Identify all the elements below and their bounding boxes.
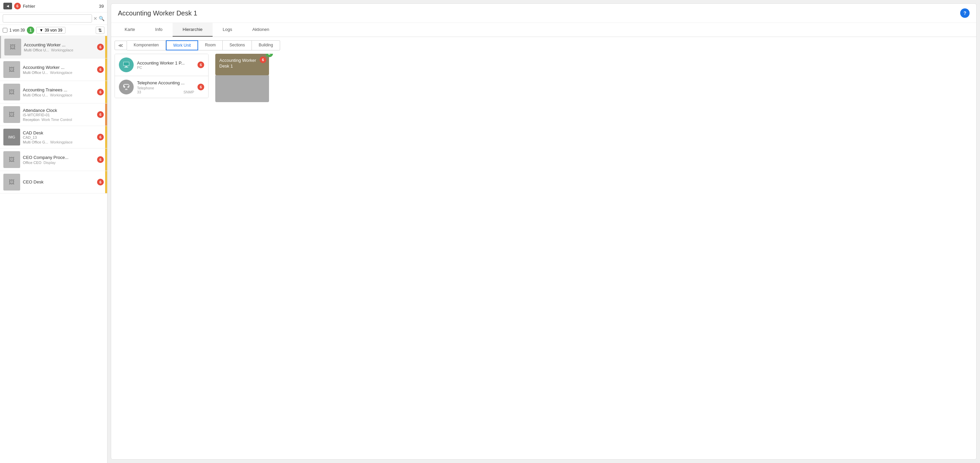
filter-bar: 1 von 39 1 ▼ 39 von 39 ⇅ <box>0 25 107 36</box>
item-sub: Multi Office U... Workingplace <box>23 70 94 75</box>
list-item[interactable]: 🖼 CEO Desk 6 <box>0 171 107 193</box>
list-item[interactable]: 🖼 Accounting Trainees ... Multi Office U… <box>0 81 107 104</box>
workunit-title: Accounting Worker Desk 1 <box>219 58 265 69</box>
komponenten-list: Accounting Worker 1 P... PC 6 <box>115 54 208 98</box>
item-accent <box>105 126 107 148</box>
filter-button[interactable]: ▼ 39 von 39 <box>36 27 65 34</box>
item-name: CEO Desk <box>23 179 94 184</box>
komponent-item[interactable]: Accounting Worker 1 P... PC 6 <box>115 54 208 76</box>
item-accent <box>105 36 107 58</box>
workunit-body <box>215 75 269 102</box>
item-info: Accounting Worker ... Multi Office U... … <box>24 42 94 52</box>
svg-rect-5 <box>125 89 127 89</box>
item-type: Workingplace <box>50 93 72 97</box>
tab-info[interactable]: Info <box>145 23 173 37</box>
item-info: Accounting Trainees ... Multi Office U..… <box>23 87 94 97</box>
hier-tab-room[interactable]: Room <box>198 40 223 50</box>
pc-icon <box>123 61 130 69</box>
nav-back-button[interactable]: ◄ <box>3 3 12 10</box>
item-info: CEO Company Proce... Office CEO Display <box>23 155 94 164</box>
item-location: Office CEO <box>23 161 41 164</box>
svg-rect-2 <box>124 67 128 67</box>
item-accent <box>105 104 107 126</box>
item-error-badge: 6 <box>97 111 104 118</box>
collapse-button[interactable]: ≪ <box>115 41 127 50</box>
item-accent <box>105 171 107 193</box>
item-location: Multi Office U... <box>23 70 48 75</box>
item-sub: Multi Office U... Workingplace <box>23 93 94 97</box>
hier-tab-komponenten[interactable]: Komponenten <box>127 40 166 50</box>
select-all-checkbox[interactable] <box>3 28 7 33</box>
search-button[interactable]: 🔍 <box>99 16 105 21</box>
list-item[interactable]: IMG CAD Desk CAD_13 Multi Office G... Wo… <box>0 126 107 148</box>
item-info: Accounting Worker ... Multi Office U... … <box>23 65 94 75</box>
svg-rect-6 <box>125 89 127 90</box>
total-count: 39 <box>99 4 104 9</box>
item-location: Multi Office U... <box>24 48 49 52</box>
search-input[interactable] <box>3 14 92 22</box>
item-info: CEO Desk <box>23 179 94 185</box>
hierarchy-toolbar: ≪ Komponenten Work Unit Room Sections Bu… <box>115 40 973 50</box>
komponent-type: PC <box>137 65 194 70</box>
item-error-badge: 6 <box>97 134 104 140</box>
komponent-number: 33 <box>137 90 141 94</box>
item-error-badge: 6 <box>97 44 104 50</box>
item-thumbnail: 🖼 <box>3 151 20 168</box>
fehler-label: Fehler <box>23 4 97 9</box>
tab-logs[interactable]: Logs <box>213 23 242 37</box>
item-id: CAD_13 <box>23 136 94 139</box>
tab-hierarchie[interactable]: Hierarchie <box>173 23 213 37</box>
step2-badge: 2 <box>266 54 273 57</box>
page-info: 1 von 39 <box>10 28 25 33</box>
workunit-card: 2 Accounting Worker Desk 1 6 <box>215 54 269 102</box>
komponent-extra: 33 SNMP <box>137 90 194 94</box>
item-name: Accounting Worker ... <box>23 65 94 70</box>
item-info: CAD Desk CAD_13 Multi Office G... Workin… <box>23 130 94 144</box>
list-item[interactable]: 🖼 CEO Company Proce... Office CEO Displa… <box>0 148 107 171</box>
left-panel: ◄ 6 Fehler 39 ✕ 🔍 1 von 39 1 ▼ 39 von 39… <box>0 0 107 463</box>
tab-karte[interactable]: Karte <box>115 23 145 37</box>
item-type: Workingplace <box>50 140 73 144</box>
sort-button[interactable]: ⇅ <box>96 27 105 34</box>
list-item[interactable]: 🖼 Attendance Clock iS-WTCRFID-01 Recepti… <box>0 104 107 126</box>
workunit-node[interactable]: 2 Accounting Worker Desk 1 6 <box>215 54 269 75</box>
item-thumbnail: 🖼 <box>3 174 20 190</box>
item-type: Work Time Control <box>41 118 72 121</box>
search-bar: ✕ 🔍 <box>0 13 107 25</box>
komponent-info: Accounting Worker 1 P... PC <box>137 61 194 70</box>
komponent-icon-gray <box>119 80 134 94</box>
item-info: Attendance Clock iS-WTCRFID-01 Reception… <box>23 108 94 121</box>
item-accent <box>105 59 107 81</box>
image-icon: 🖼 <box>9 111 15 118</box>
item-id: iS-WTCRFID-01 <box>23 113 94 117</box>
item-type: Workingplace <box>50 70 72 75</box>
hier-tab-building[interactable]: Building <box>252 40 280 50</box>
item-accent <box>105 81 107 103</box>
item-thumbnail: 🖼 <box>4 38 21 56</box>
tab-aktionen[interactable]: Aktionen <box>242 23 279 37</box>
komponent-protocol: SNMP <box>183 90 194 94</box>
hier-tab-sections[interactable]: Sections <box>223 40 252 50</box>
item-error-badge: 6 <box>97 179 104 185</box>
item-sub: Multi Office U... Workingplace <box>24 48 94 52</box>
hierarchy-panel: ≪ Komponenten Work Unit Room Sections Bu… <box>111 37 976 459</box>
item-type: Display <box>43 161 56 164</box>
item-sub: Multi Office G... Workingplace <box>23 140 94 144</box>
list-item[interactable]: 🖼 Accounting Worker ... Multi Office U..… <box>0 36 107 59</box>
image-icon: 🖼 <box>9 179 15 186</box>
list-items: 🖼 Accounting Worker ... Multi Office U..… <box>0 36 107 463</box>
hier-tab-workunit[interactable]: Work Unit <box>166 40 198 50</box>
item-sub: Office CEO Display <box>23 161 94 164</box>
komponent-name: Accounting Worker 1 P... <box>137 61 194 65</box>
image-icon: 🖼 <box>10 44 16 51</box>
item-name: Accounting Trainees ... <box>23 87 94 93</box>
list-item[interactable]: 🖼 Accounting Worker ... Multi Office U..… <box>0 59 107 81</box>
error-badge: 6 <box>14 3 21 10</box>
help-button[interactable]: ? <box>960 8 970 18</box>
main-tabs: Karte Info Hierarchie Logs Aktionen <box>111 23 976 37</box>
komponent-item[interactable]: Telephone Accounting ... Telephone 33 SN… <box>115 76 208 98</box>
search-clear-button[interactable]: ✕ <box>93 16 97 21</box>
item-location: Reception <box>23 118 40 121</box>
komponent-error-badge: 6 <box>197 84 204 90</box>
komponent-name: Telephone Accounting ... <box>137 80 194 85</box>
